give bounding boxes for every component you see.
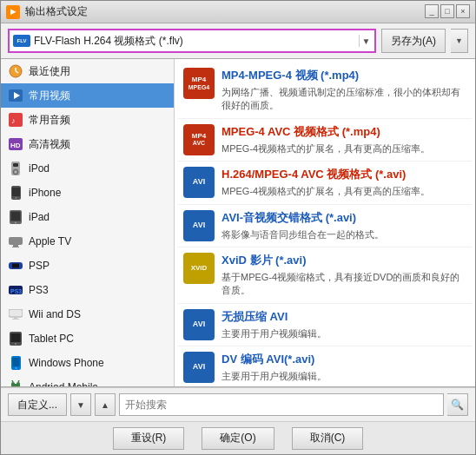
svg-rect-30 bbox=[11, 333, 21, 342]
format-icon-dv-avi: AVI bbox=[183, 352, 215, 383]
format-desc-avi-lossless: 主要用于用户视频编辑。 bbox=[221, 327, 466, 340]
svg-rect-33 bbox=[12, 358, 19, 366]
save-as-button[interactable]: 另存为(A) bbox=[381, 29, 446, 53]
svg-line-38 bbox=[12, 380, 13, 382]
common-video-icon bbox=[8, 88, 23, 103]
format-desc-mp4-mpeg4: 为网络广播、视频通讯制定的压缩标准，很小的体积却有很好的画质。 bbox=[221, 86, 466, 113]
sidebar-item-label-android: Andriod Mobile bbox=[29, 381, 98, 386]
sidebar-item-android[interactable]: Andriod Mobile bbox=[1, 375, 174, 386]
format-icon-avi-av: AVI bbox=[183, 210, 215, 241]
search-button[interactable]: 🔍 bbox=[447, 393, 468, 416]
svg-rect-27 bbox=[14, 317, 17, 319]
sidebar-item-apple-tv[interactable]: Apple TV bbox=[1, 229, 174, 254]
svg-point-18 bbox=[15, 222, 17, 224]
svg-rect-19 bbox=[9, 237, 23, 245]
window-controls: _ □ × bbox=[425, 4, 470, 18]
format-title-dv-avi: DV 编码 AVI(*.avi) bbox=[221, 352, 466, 367]
format-title-mp4-mpeg4: MP4-MPEG-4 视频 (*.mp4) bbox=[221, 68, 466, 83]
svg-rect-26 bbox=[9, 309, 23, 317]
format-dropdown-arrow[interactable]: ▼ bbox=[359, 35, 371, 47]
cancel-button[interactable]: 取消(C) bbox=[292, 427, 364, 450]
wii-ds-icon bbox=[8, 307, 23, 322]
format-list: MP4MPEG4 MP4-MPEG-4 视频 (*.mp4) 为网络广播、视频通… bbox=[175, 59, 475, 386]
format-info-mp4-mpeg4: MP4-MPEG-4 视频 (*.mp4) 为网络广播、视频通讯制定的压缩标准，… bbox=[221, 68, 466, 113]
window-title: 输出格式设定 bbox=[25, 4, 88, 19]
arrow-down-button[interactable]: ▼ bbox=[70, 393, 91, 416]
format-item-dv-avi[interactable]: AVI DV 编码 AVI(*.avi) 主要用于用户视频编辑。 bbox=[178, 346, 472, 386]
sidebar-item-label-apple-tv: Apple TV bbox=[29, 235, 71, 247]
sidebar: 最近使用 常用视频 ♪ 常用音频 HD 高清视频 bbox=[1, 59, 175, 386]
arrow-up-button[interactable]: ▲ bbox=[95, 393, 116, 416]
format-desc-mp4-avc: MPEG-4视频格式的扩展名，具有更高的压缩率。 bbox=[221, 142, 466, 155]
format-item-xvid[interactable]: XViD XviD 影片 (*.avi) 基于MPEG-4视频缩格式，具有接近D… bbox=[178, 247, 472, 304]
format-item-avi-av[interactable]: AVI AVI-音视频交错格式 (*.avi) 将影像与语音同步组合在一起的格式… bbox=[178, 205, 472, 247]
sidebar-item-common-audio[interactable]: ♪ 常用音频 bbox=[1, 108, 174, 132]
recent-icon bbox=[8, 63, 23, 79]
format-item-mp4-avc[interactable]: MP4AVC MPEG-4 AVC 视频格式 (*.mp4) MPEG-4视频格… bbox=[178, 119, 472, 162]
android-icon bbox=[8, 379, 23, 386]
format-desc-avi-avc: MPEG-4视频格式的扩展名，具有更高的压缩率。 bbox=[221, 185, 466, 198]
format-info-avi-av: AVI-音视频交错格式 (*.avi) 将影像与语音同步组合在一起的格式。 bbox=[221, 210, 466, 241]
svg-rect-14 bbox=[12, 188, 20, 196]
sidebar-item-iphone[interactable]: iPhone bbox=[1, 181, 174, 205]
svg-text:HD: HD bbox=[10, 142, 21, 149]
format-item-avi-avc[interactable]: AVI H.264/MPEG-4 AVC 视频格式 (*.avi) MPEG-4… bbox=[178, 162, 472, 204]
search-input[interactable] bbox=[119, 393, 444, 416]
format-info-mp4-avc: MPEG-4 AVC 视频格式 (*.mp4) MPEG-4视频格式的扩展名，具… bbox=[221, 124, 466, 155]
format-item-avi-lossless[interactable]: AVI 无损压缩 AVI 主要用于用户视频编辑。 bbox=[178, 304, 472, 346]
sidebar-item-ipod[interactable]: iPod bbox=[1, 156, 174, 181]
format-icon-mp4-avc: MP4AVC bbox=[183, 124, 215, 155]
svg-point-15 bbox=[15, 197, 17, 199]
format-icon-mp4-mpeg4: MP4MPEG4 bbox=[183, 68, 215, 99]
sidebar-item-label-wii-ds: Wii and DS bbox=[29, 308, 81, 320]
svg-rect-28 bbox=[12, 319, 19, 320]
psp-icon bbox=[8, 258, 23, 274]
sidebar-item-label-common-video: 常用视频 bbox=[29, 89, 70, 103]
toolbar: FLV FLV-Flash H.264 视频格式 (*.flv) ▼ 另存为(A… bbox=[1, 23, 475, 58]
svg-rect-17 bbox=[11, 212, 21, 221]
format-selector[interactable]: FLV FLV-Flash H.264 视频格式 (*.flv) ▼ bbox=[8, 29, 376, 53]
format-title-mp4-avc: MPEG-4 AVC 视频格式 (*.mp4) bbox=[221, 124, 466, 140]
title-bar: ▶ 输出格式设定 _ □ × bbox=[1, 1, 475, 23]
svg-point-36 bbox=[11, 382, 15, 386]
sidebar-item-ipad[interactable]: iPad bbox=[1, 205, 174, 229]
sidebar-item-label-hd-video: 高清视频 bbox=[29, 137, 70, 152]
hd-video-icon: HD bbox=[8, 136, 23, 152]
format-value: FLV-Flash H.264 视频格式 (*.flv) bbox=[34, 34, 359, 49]
sidebar-item-windows-phone[interactable]: Windows Phone bbox=[1, 351, 174, 375]
tablet-pc-icon bbox=[8, 331, 23, 346]
sidebar-item-ps3[interactable]: PS3 PS3 bbox=[1, 278, 174, 302]
sidebar-item-tablet-pc[interactable]: Tablet PC bbox=[1, 326, 174, 351]
format-title-avi-lossless: 无损压缩 AVI bbox=[221, 309, 466, 325]
format-title-xvid: XviD 影片 (*.avi) bbox=[221, 253, 466, 268]
sidebar-item-label-windows-phone: Windows Phone bbox=[29, 357, 104, 369]
svg-rect-20 bbox=[13, 245, 18, 247]
sidebar-item-common-video[interactable]: 常用视频 bbox=[1, 83, 174, 108]
sidebar-item-hd-video[interactable]: HD 高清视频 bbox=[1, 132, 174, 156]
svg-rect-12 bbox=[13, 163, 18, 167]
save-as-dropdown-arrow[interactable]: ▼ bbox=[451, 29, 468, 53]
sidebar-item-label-tablet-pc: Tablet PC bbox=[29, 333, 74, 345]
sidebar-item-recent[interactable]: 最近使用 bbox=[1, 59, 174, 83]
format-item-mp4-mpeg4[interactable]: MP4MPEG4 MP4-MPEG-4 视频 (*.mp4) 为网络广播、视频通… bbox=[178, 63, 472, 119]
svg-point-37 bbox=[17, 382, 20, 386]
footer: 重设(R) 确定(O) 取消(C) bbox=[1, 421, 475, 454]
customize-button[interactable]: 自定义... bbox=[8, 393, 67, 416]
format-info-avi-lossless: 无损压缩 AVI 主要用于用户视频编辑。 bbox=[221, 309, 466, 340]
format-list-panel: MP4MPEG4 MP4-MPEG-4 视频 (*.mp4) 为网络广播、视频通… bbox=[175, 59, 475, 386]
window-icon: ▶ bbox=[6, 5, 20, 19]
bottom-toolbar: 自定义... ▼ ▲ 🔍 bbox=[1, 387, 475, 421]
format-desc-dv-avi: 主要用于用户视频编辑。 bbox=[221, 370, 466, 383]
maximize-button[interactable]: □ bbox=[440, 4, 454, 18]
ok-button[interactable]: 确定(O) bbox=[202, 427, 274, 450]
sidebar-item-wii-ds[interactable]: Wii and DS bbox=[1, 302, 174, 326]
close-button[interactable]: × bbox=[456, 4, 470, 18]
sidebar-item-psp[interactable]: PSP bbox=[1, 254, 174, 278]
main-window: ▶ 输出格式设定 _ □ × FLV FLV-Flash H.264 视频格式 … bbox=[0, 0, 476, 455]
windows-phone-icon bbox=[8, 355, 23, 371]
reset-button[interactable]: 重设(R) bbox=[113, 427, 185, 450]
format-icon-avi-avc: AVI bbox=[183, 167, 215, 198]
sidebar-item-label-ipad: iPad bbox=[29, 211, 50, 223]
minimize-button[interactable]: _ bbox=[425, 4, 439, 18]
svg-rect-21 bbox=[12, 247, 19, 247]
